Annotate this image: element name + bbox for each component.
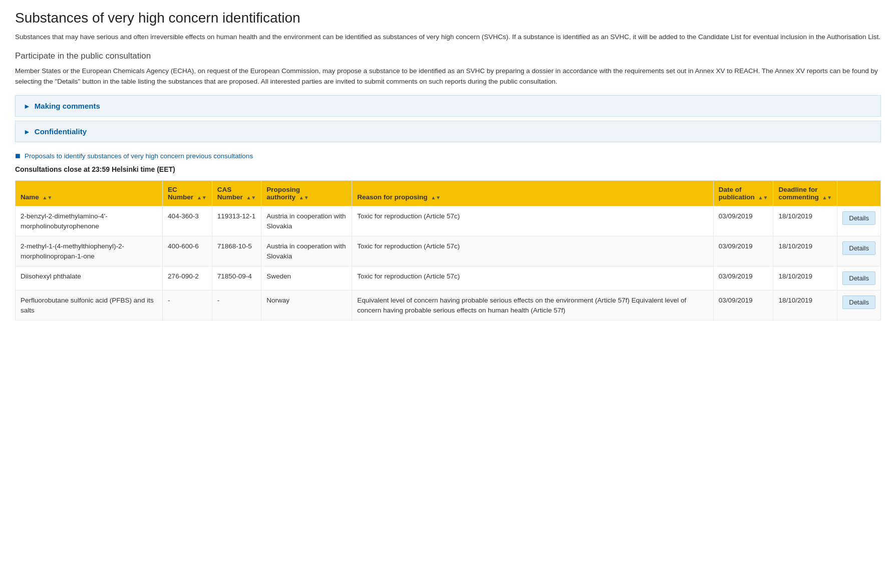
details-button[interactable]: Details [842, 271, 875, 285]
col-deadline-label: Deadline forcommenting [778, 186, 818, 201]
cell-name: 2-methyl-1-(4-methylthiophenyl)-2-morpho… [16, 236, 163, 266]
col-date-label: Date ofpublication [719, 186, 755, 201]
making-comments-label: Making comments [35, 102, 100, 110]
cell-date-publication: 03/09/2019 [713, 206, 773, 236]
sort-deadline-icon[interactable]: ▲▼ [822, 195, 832, 200]
sort-proposing-icon[interactable]: ▲▼ [299, 195, 309, 200]
confidentiality-label: Confidentiality [35, 127, 87, 136]
cell-proposing-authority: Austria in cooperation with Slovakia [261, 236, 352, 266]
cell-details: Details [837, 266, 881, 290]
cell-date-publication: 03/09/2019 [713, 266, 773, 290]
cell-date-publication: 03/09/2019 [713, 236, 773, 266]
page-title: Substances of very high concern identifi… [15, 10, 881, 26]
col-proposing-label: Proposingauthority [266, 186, 300, 201]
chevron-right-icon-2: ► [24, 128, 31, 136]
cell-cas-number: 119313-12-1 [212, 206, 261, 236]
substances-table: Name ▲▼ ECNumber ▲▼ CASNumber ▲▼ Proposi… [15, 180, 881, 321]
sort-date-icon[interactable]: ▲▼ [758, 195, 768, 200]
cell-cas-number: 71868-10-5 [212, 236, 261, 266]
col-header-ec-number[interactable]: ECNumber ▲▼ [163, 181, 212, 206]
cell-reason: Toxic for reproduction (Article 57c) [352, 206, 714, 236]
col-header-name[interactable]: Name ▲▼ [16, 181, 163, 206]
confidentiality-section[interactable]: ► Confidentiality [15, 121, 881, 142]
col-header-actions [837, 181, 881, 206]
cell-ec-number: 276-090-2 [163, 266, 212, 290]
cell-name: Diisohexyl phthalate [16, 266, 163, 290]
cell-ec-number: - [163, 290, 212, 321]
details-button[interactable]: Details [842, 241, 875, 255]
col-cas-label: CASNumber [217, 186, 243, 201]
cell-deadline-commenting: 18/10/2019 [773, 266, 837, 290]
cell-cas-number: 71850-09-4 [212, 266, 261, 290]
cell-ec-number: 404-360-3 [163, 206, 212, 236]
cell-date-publication: 03/09/2019 [713, 290, 773, 321]
cell-cas-number: - [212, 290, 261, 321]
col-reason-label: Reason for proposing [357, 193, 427, 201]
proposals-link[interactable]: Proposals to identify substances of very… [25, 152, 253, 160]
cell-ec-number: 400-600-6 [163, 236, 212, 266]
cell-proposing-authority: Austria in cooperation with Slovakia [261, 206, 352, 236]
participate-heading: Participate in the public consultation [15, 51, 881, 61]
proposals-link-block: ■ Proposals to identify substances of ve… [15, 151, 881, 160]
col-header-cas-number[interactable]: CASNumber ▲▼ [212, 181, 261, 206]
col-name-label: Name [21, 193, 39, 201]
sort-name-icon[interactable]: ▲▼ [43, 195, 53, 200]
table-row: 2-methyl-1-(4-methylthiophenyl)-2-morpho… [16, 236, 881, 266]
sort-cas-icon[interactable]: ▲▼ [246, 195, 256, 200]
cell-reason: Toxic for reproduction (Article 57c) [352, 266, 714, 290]
cell-proposing-authority: Norway [261, 290, 352, 321]
cell-details: Details [837, 236, 881, 266]
table-row: Perfluorobutane sulfonic acid (PFBS) and… [16, 290, 881, 321]
col-header-deadline[interactable]: Deadline forcommenting ▲▼ [773, 181, 837, 206]
cell-deadline-commenting: 18/10/2019 [773, 206, 837, 236]
intro-text: Substances that may have serious and oft… [15, 32, 881, 42]
col-header-proposing-authority[interactable]: Proposingauthority ▲▼ [261, 181, 352, 206]
participate-body: Member States or the European Chemicals … [15, 66, 881, 87]
sort-ec-icon[interactable]: ▲▼ [197, 195, 207, 200]
consultations-close-text: Consultations close at 23:59 Helsinki ti… [15, 165, 881, 173]
details-button[interactable]: Details [842, 211, 875, 225]
cell-name: Perfluorobutane sulfonic acid (PFBS) and… [16, 290, 163, 321]
table-header-row: Name ▲▼ ECNumber ▲▼ CASNumber ▲▼ Proposi… [16, 181, 881, 206]
making-comments-section[interactable]: ► Making comments [15, 95, 881, 117]
cell-reason: Equivalent level of concern having proba… [352, 290, 714, 321]
col-ec-label: ECNumber [168, 186, 193, 201]
table-row: Diisohexyl phthalate276-090-271850-09-4S… [16, 266, 881, 290]
details-button[interactable]: Details [842, 296, 875, 309]
col-header-date[interactable]: Date ofpublication ▲▼ [713, 181, 773, 206]
col-header-reason[interactable]: Reason for proposing ▲▼ [352, 181, 714, 206]
cell-details: Details [837, 290, 881, 321]
bullet-icon: ■ [15, 151, 21, 160]
cell-name: 2-benzyl-2-dimethylamino-4'-morpholinobu… [16, 206, 163, 236]
cell-deadline-commenting: 18/10/2019 [773, 236, 837, 266]
cell-proposing-authority: Sweden [261, 266, 352, 290]
cell-deadline-commenting: 18/10/2019 [773, 290, 837, 321]
cell-details: Details [837, 206, 881, 236]
sort-reason-icon[interactable]: ▲▼ [431, 195, 441, 200]
table-row: 2-benzyl-2-dimethylamino-4'-morpholinobu… [16, 206, 881, 236]
cell-reason: Toxic for reproduction (Article 57c) [352, 236, 714, 266]
chevron-right-icon: ► [24, 102, 31, 110]
